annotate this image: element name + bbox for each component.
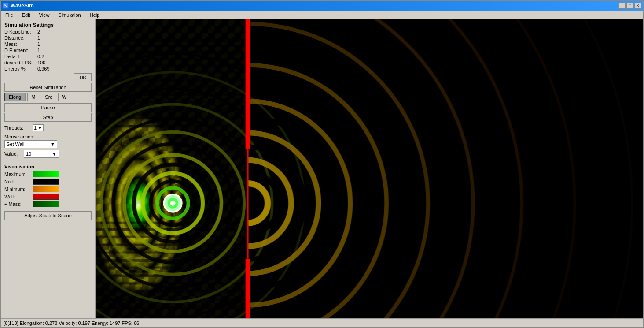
svg-rect-23 (96, 125, 248, 127)
field-desired-fps: desired FPS: 100 (4, 60, 92, 65)
vis-maximum-swatch (33, 171, 59, 177)
label-energy: Energy % (4, 66, 37, 71)
wave-visualization (96, 19, 643, 318)
svg-rect-19 (96, 93, 248, 96)
window-content: Simulation Settings D Kopplung: 2 Distan… (1, 19, 643, 318)
label-d-kopplung: D Kopplung: (4, 29, 37, 34)
svg-rect-11 (96, 39, 248, 42)
action-dropdown-row: Set Wall ▼ (4, 140, 92, 148)
step-button[interactable]: Step (4, 113, 92, 122)
svg-point-39 (170, 201, 176, 206)
value-mass: 1 (37, 41, 40, 47)
status-text: [6[113] Elongation: 0.278 Velocity: 0.19… (4, 321, 139, 326)
title-bar-buttons: — □ ✕ (618, 3, 641, 9)
settings-title: Simulation Settings (4, 22, 92, 28)
svg-rect-27 (96, 244, 248, 246)
vis-null-swatch (33, 179, 59, 185)
pause-button[interactable]: Pause (4, 103, 92, 112)
set-button[interactable]: set (74, 73, 92, 81)
label-d-element: D Element: (4, 48, 37, 53)
mouse-action-label: Mouse action: (4, 134, 92, 139)
window-title: WaveSim (11, 3, 34, 9)
vis-minimum: Minimum: (4, 186, 92, 192)
visualisation-section: Visualisation Maximum: Null: Minimum: Wa… (4, 164, 92, 220)
status-bar: [6[113] Elongation: 0.278 Velocity: 0.19… (1, 318, 643, 327)
field-d-element: D Element: 1 (4, 48, 92, 53)
svg-rect-26 (96, 236, 248, 238)
vis-mass: + Mass: (4, 201, 92, 207)
menu-bar: File Edit View Simulation Help (1, 11, 643, 19)
action-dropdown[interactable]: Set Wall ▼ (4, 140, 57, 148)
title-bar: WaveSim — □ ✕ (1, 1, 643, 11)
svg-rect-75 (246, 19, 250, 149)
vis-wall-label: Wall: (4, 194, 33, 199)
threads-row: Threads: 1 ▼ (4, 124, 92, 131)
action-chevron-icon: ▼ (50, 142, 55, 147)
adjust-scale-button[interactable]: Adjust Scale to Scene (4, 211, 92, 220)
mode-w-button[interactable]: W (58, 93, 70, 101)
label-distance: Distance: (4, 35, 37, 41)
svg-rect-21 (96, 108, 248, 111)
menu-edit[interactable]: Edit (19, 11, 33, 19)
value-d-kopplung: 2 (37, 29, 40, 34)
simulation-settings: Simulation Settings D Kopplung: 2 Distan… (4, 22, 92, 81)
vis-wall: Wall: (4, 194, 92, 200)
main-window: WaveSim — □ ✕ File Edit View Simulation … (0, 0, 644, 328)
value-desired-fps: 100 (37, 60, 45, 65)
label-delta-t: Delta T: (4, 54, 37, 59)
svg-rect-76 (246, 259, 250, 318)
left-panel: Simulation Settings D Kopplung: 2 Distan… (1, 19, 96, 318)
field-distance: Distance: 1 (4, 35, 92, 41)
mode-elong-button[interactable]: Elong (4, 93, 26, 101)
svg-rect-34 (96, 298, 248, 301)
value-distance: 1 (37, 35, 40, 41)
vis-minimum-label: Minimum: (4, 186, 33, 192)
vis-minimum-swatch (33, 186, 59, 192)
vis-null: Null: (4, 179, 92, 185)
label-desired-fps: desired FPS: (4, 60, 37, 65)
vis-null-label: Null: (4, 179, 33, 184)
maximize-button[interactable]: □ (626, 3, 633, 9)
menu-file[interactable]: File (3, 11, 16, 19)
threads-label: Threads: (4, 125, 31, 130)
value-delta-t: 0.2 (37, 54, 44, 59)
field-delta-t: Delta T: 0.2 (4, 54, 92, 59)
vis-wall-swatch (33, 194, 59, 200)
threads-select[interactable]: 1 ▼ (33, 124, 44, 131)
menu-view[interactable]: View (37, 11, 52, 19)
reset-section: Reset Simulation Elong M Src W Pause Ste… (4, 83, 92, 123)
value-dropdown-row: Value: 10 ▼ (4, 150, 92, 158)
field-energy: Energy % 0.969 (4, 66, 92, 71)
app-icon (3, 3, 9, 9)
wave-canvas-area[interactable] (96, 19, 643, 318)
svg-rect-12 (96, 45, 248, 47)
menu-help[interactable]: Help (87, 11, 103, 19)
threads-value: 1 (34, 125, 37, 130)
value-value: 10 (26, 151, 31, 157)
close-button[interactable]: ✕ (634, 3, 641, 9)
vis-mass-label: + Mass: (4, 201, 33, 207)
minimize-button[interactable]: — (618, 3, 626, 9)
mouse-action-section: Mouse action: Set Wall ▼ Value: 10 ▼ (4, 134, 92, 160)
value-energy: 0.969 (37, 66, 50, 71)
mode-src-button[interactable]: Src (41, 93, 56, 101)
action-value: Set Wall (7, 142, 25, 147)
reset-simulation-button[interactable]: Reset Simulation (4, 83, 92, 92)
vis-title: Visualisation (4, 164, 92, 169)
value-dropdown[interactable]: 10 ▼ (24, 150, 59, 158)
field-d-kopplung: D Kopplung: 2 (4, 29, 92, 34)
value-chevron-icon: ▼ (52, 151, 57, 157)
svg-rect-17 (96, 79, 248, 82)
value-label: Value: (4, 151, 22, 157)
menu-simulation[interactable]: Simulation (55, 11, 83, 19)
svg-rect-33 (96, 290, 248, 293)
value-d-element: 1 (37, 48, 40, 53)
threads-chevron-icon: ▼ (37, 125, 42, 130)
vis-maximum: Maximum: (4, 171, 92, 177)
mode-m-button[interactable]: M (27, 93, 39, 101)
mode-buttons: Elong M Src W (4, 93, 92, 101)
vis-mass-swatch (33, 201, 59, 207)
title-bar-left: WaveSim (3, 3, 34, 9)
svg-rect-32 (96, 282, 248, 284)
label-mass: Mass: (4, 41, 37, 47)
